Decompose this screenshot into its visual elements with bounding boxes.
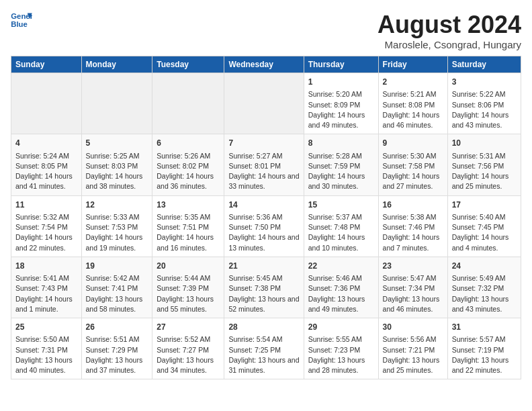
calendar-day-cell: 30Sunrise: 5:56 AMSunset: 7:21 PMDayligh…: [378, 318, 447, 379]
calendar-day-cell: [11, 73, 82, 134]
day-info-line: Sunset: 7:56 PM: [452, 161, 517, 171]
day-number: 15: [308, 199, 374, 211]
day-number: 3: [452, 77, 517, 88]
day-number: 5: [86, 138, 148, 149]
calendar-day-cell: 19Sunrise: 5:42 AMSunset: 7:41 PMDayligh…: [81, 257, 152, 318]
day-info-line: Sunset: 7:48 PM: [308, 222, 374, 232]
day-info-line: Daylight: 14 hours and 30 minutes.: [308, 171, 374, 191]
day-info-line: Daylight: 14 hours and 4 minutes.: [452, 232, 517, 253]
calendar-day-cell: 3Sunrise: 5:22 AMSunset: 8:06 PMDaylight…: [447, 73, 521, 134]
day-info-line: Daylight: 13 hours and 37 minutes.: [86, 355, 148, 375]
day-info-line: Sunset: 7:54 PM: [15, 222, 77, 232]
day-info-line: Sunset: 7:38 PM: [228, 283, 299, 293]
day-number: 20: [157, 261, 220, 272]
location: Maroslele, Csongrad, Hungary: [378, 39, 521, 50]
day-info-line: Sunset: 8:01 PM: [228, 161, 299, 171]
day-info-line: Sunrise: 5:57 AM: [452, 334, 517, 345]
day-info-line: Daylight: 14 hours and 41 minutes.: [15, 171, 77, 191]
day-info-line: Sunset: 7:43 PM: [15, 283, 77, 293]
day-info-line: Daylight: 14 hours and 19 minutes.: [86, 232, 148, 253]
day-info-line: Sunrise: 5:46 AM: [308, 273, 374, 283]
day-of-week-header: Monday: [81, 56, 152, 73]
day-info-line: Sunset: 7:25 PM: [228, 345, 299, 355]
day-of-week-header: Thursday: [304, 56, 378, 73]
day-number: 8: [308, 138, 374, 149]
calendar-day-cell: 10Sunrise: 5:31 AMSunset: 7:56 PMDayligh…: [447, 134, 521, 195]
day-info-line: Sunrise: 5:27 AM: [228, 151, 299, 161]
day-info-line: Sunrise: 5:21 AM: [383, 89, 443, 99]
svg-text:Blue: Blue: [11, 20, 28, 28]
day-info-line: Daylight: 14 hours and 27 minutes.: [383, 171, 443, 191]
day-info-line: Sunset: 7:50 PM: [228, 222, 299, 232]
day-info-line: Sunrise: 5:22 AM: [452, 89, 517, 99]
day-info-line: Sunrise: 5:25 AM: [86, 151, 148, 161]
day-info-line: Daylight: 13 hours and 34 minutes.: [157, 355, 220, 375]
day-info-line: Daylight: 13 hours and 49 minutes.: [308, 294, 374, 314]
day-info-line: Sunrise: 5:37 AM: [308, 212, 374, 222]
calendar-day-cell: 7Sunrise: 5:27 AMSunset: 8:01 PMDaylight…: [224, 134, 304, 195]
day-of-week-header: Saturday: [447, 56, 521, 73]
calendar-header: SundayMondayTuesdayWednesdayThursdayFrid…: [11, 56, 521, 73]
day-number: 1: [308, 77, 374, 88]
day-info-line: Sunrise: 5:28 AM: [308, 151, 374, 161]
day-info-line: Sunset: 7:21 PM: [383, 345, 443, 355]
calendar-day-cell: 12Sunrise: 5:33 AMSunset: 7:53 PMDayligh…: [81, 195, 152, 257]
day-number: 7: [228, 138, 299, 149]
calendar-day-cell: 13Sunrise: 5:35 AMSunset: 7:51 PMDayligh…: [152, 195, 224, 257]
day-of-week-header: Friday: [378, 56, 447, 73]
calendar-day-cell: 4Sunrise: 5:24 AMSunset: 8:05 PMDaylight…: [11, 134, 82, 195]
day-number: 11: [15, 199, 77, 211]
day-info-line: Sunrise: 5:26 AM: [157, 151, 220, 161]
day-number: 23: [383, 261, 443, 272]
day-info-line: Sunset: 7:45 PM: [452, 222, 517, 232]
day-info-line: Sunrise: 5:32 AM: [15, 212, 77, 222]
day-info-line: Daylight: 13 hours and 55 minutes.: [157, 294, 220, 314]
day-header-row: SundayMondayTuesdayWednesdayThursdayFrid…: [11, 56, 521, 73]
day-number: 22: [308, 261, 374, 272]
day-info-line: Sunrise: 5:30 AM: [383, 151, 443, 161]
day-of-week-header: Wednesday: [224, 56, 304, 73]
day-info-line: Sunrise: 5:40 AM: [452, 212, 517, 222]
day-info-line: Sunset: 8:08 PM: [383, 100, 443, 110]
calendar-day-cell: 24Sunrise: 5:49 AMSunset: 7:32 PMDayligh…: [447, 257, 521, 318]
day-info-line: Sunrise: 5:50 AM: [15, 334, 77, 345]
day-number: 30: [383, 322, 443, 333]
calendar-day-cell: 14Sunrise: 5:36 AMSunset: 7:50 PMDayligh…: [224, 195, 304, 257]
calendar-week-row: 18Sunrise: 5:41 AMSunset: 7:43 PMDayligh…: [11, 257, 521, 318]
calendar-day-cell: 31Sunrise: 5:57 AMSunset: 7:19 PMDayligh…: [447, 318, 521, 379]
calendar-day-cell: 26Sunrise: 5:51 AMSunset: 7:29 PMDayligh…: [81, 318, 152, 379]
calendar-day-cell: 29Sunrise: 5:55 AMSunset: 7:23 PMDayligh…: [304, 318, 378, 379]
day-info-line: Daylight: 14 hours and 1 minute.: [15, 294, 77, 314]
day-info-line: Sunset: 7:51 PM: [157, 222, 220, 232]
day-number: 21: [228, 261, 299, 272]
calendar-day-cell: [152, 73, 224, 134]
day-number: 31: [452, 322, 517, 333]
calendar-day-cell: 25Sunrise: 5:50 AMSunset: 7:31 PMDayligh…: [11, 318, 82, 379]
calendar-table: SundayMondayTuesdayWednesdayThursdayFrid…: [11, 56, 521, 379]
logo-icon: General Blue: [11, 11, 32, 30]
day-info-line: Sunset: 8:02 PM: [157, 161, 220, 171]
calendar-day-cell: 20Sunrise: 5:44 AMSunset: 7:39 PMDayligh…: [152, 257, 224, 318]
calendar-day-cell: [224, 73, 304, 134]
day-info-line: Sunset: 7:23 PM: [308, 345, 374, 355]
day-info-line: Sunrise: 5:49 AM: [452, 273, 517, 283]
day-info-line: Daylight: 13 hours and 43 minutes.: [452, 294, 517, 314]
calendar-day-cell: 17Sunrise: 5:40 AMSunset: 7:45 PMDayligh…: [447, 195, 521, 257]
day-number: 16: [383, 199, 443, 211]
calendar-day-cell: 22Sunrise: 5:46 AMSunset: 7:36 PMDayligh…: [304, 257, 378, 318]
day-info-line: Daylight: 13 hours and 22 minutes.: [452, 355, 517, 375]
day-info-line: Daylight: 13 hours and 25 minutes.: [383, 355, 443, 375]
day-info-line: Sunrise: 5:31 AM: [452, 151, 517, 161]
day-info-line: Sunrise: 5:47 AM: [383, 273, 443, 283]
day-info-line: Sunrise: 5:52 AM: [157, 334, 220, 345]
calendar-day-cell: 11Sunrise: 5:32 AMSunset: 7:54 PMDayligh…: [11, 195, 82, 257]
day-number: 14: [228, 199, 299, 211]
calendar-day-cell: 1Sunrise: 5:20 AMSunset: 8:09 PMDaylight…: [304, 73, 378, 134]
day-info-line: Sunset: 8:06 PM: [452, 100, 517, 110]
day-number: 4: [15, 138, 77, 149]
calendar-day-cell: 15Sunrise: 5:37 AMSunset: 7:48 PMDayligh…: [304, 195, 378, 257]
day-info-line: Sunset: 8:05 PM: [15, 161, 77, 171]
header: General Blue August 2024 Maroslele, Cson…: [11, 11, 521, 50]
calendar-day-cell: 9Sunrise: 5:30 AMSunset: 7:58 PMDaylight…: [378, 134, 447, 195]
day-info-line: Sunset: 8:03 PM: [86, 161, 148, 171]
